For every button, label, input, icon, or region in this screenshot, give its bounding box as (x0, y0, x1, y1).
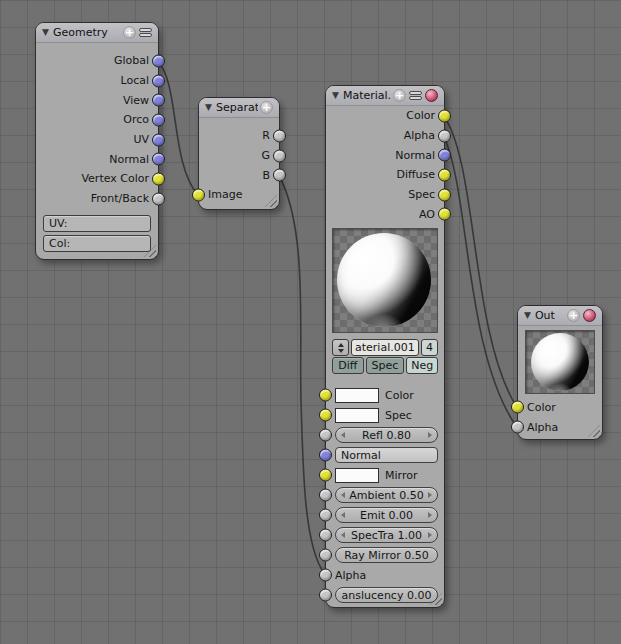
socket-in-ambient[interactable] (319, 489, 332, 502)
refl-slider[interactable]: Refl 0.80 (335, 427, 438, 443)
increment-arrow-icon[interactable] (428, 432, 432, 438)
socket-in-ray-mirror[interactable] (319, 549, 332, 562)
socket-out-in-alpha[interactable] (511, 421, 524, 434)
output-diffuse: Diffuse (326, 165, 444, 185)
node-title: Material. (343, 89, 391, 102)
output-normal: Normal (36, 149, 158, 169)
input-refl: Refl 0.80 (326, 425, 444, 445)
plus-icon[interactable]: + (393, 89, 406, 102)
decrement-arrow-icon[interactable] (341, 492, 345, 498)
mirror-swatch[interactable] (335, 468, 379, 483)
decrement-arrow-icon[interactable] (341, 432, 345, 438)
output-r: R (199, 126, 279, 146)
socket-in-spectra[interactable] (319, 529, 332, 542)
collapse-icon[interactable]: ▼ (332, 91, 339, 100)
increment-arrow-icon[interactable] (428, 532, 432, 538)
output-orco: Orco (36, 110, 158, 130)
decrement-arrow-icon[interactable] (341, 512, 345, 518)
socket-b[interactable] (273, 169, 286, 182)
specular-toggle[interactable]: Spec (366, 357, 405, 374)
node-separate-rgb[interactable]: ▼ Separat + R G B Image (198, 97, 280, 210)
input-translucency: anslucency 0.00 (326, 585, 444, 605)
socket-in-color[interactable] (319, 389, 332, 402)
node-material[interactable]: ▼ Material. + Color Alpha Normal Dif (325, 85, 445, 608)
menu-icon[interactable] (139, 28, 152, 37)
node-geometry[interactable]: ▼ Geometry + Global Local View Orco (35, 22, 159, 260)
socket-out-color[interactable] (438, 109, 451, 122)
plus-icon[interactable]: + (123, 26, 136, 39)
output-ao: AO (326, 204, 444, 224)
socket-uv[interactable] (152, 133, 165, 146)
input-ray-mirror: Ray Mirror 0.50 (326, 545, 444, 565)
normal-button[interactable]: Normal (335, 447, 438, 463)
socket-out-spec[interactable] (438, 188, 451, 201)
spectra-slider[interactable]: SpecTra 1.00 (335, 527, 438, 543)
users-count-button[interactable]: 4 (421, 339, 438, 356)
socket-g[interactable] (273, 149, 286, 162)
socket-view[interactable] (152, 94, 165, 107)
material-name-field[interactable]: aterial.001 (351, 339, 419, 356)
collapse-icon[interactable]: ▼ (524, 311, 531, 320)
emit-slider[interactable]: Emit 0.00 (335, 507, 438, 523)
negative-toggle[interactable]: Neg (406, 357, 438, 374)
menu-icon[interactable] (409, 91, 422, 100)
datablock-browse-stepper[interactable] (332, 339, 349, 356)
socket-normal[interactable] (152, 153, 165, 166)
uv-name-field[interactable]: UV: (43, 215, 151, 232)
socket-out-ao[interactable] (438, 208, 451, 221)
material-sphere-icon[interactable] (583, 309, 596, 322)
socket-in-normal[interactable] (319, 449, 332, 462)
node-material-header[interactable]: ▼ Material. + (326, 86, 444, 106)
material-sphere-icon[interactable] (425, 89, 438, 102)
input-mirror: Mirror (326, 465, 444, 485)
output-vertex-color: Vertex Color (36, 169, 158, 189)
socket-in-mirror[interactable] (319, 469, 332, 482)
ambient-slider[interactable]: Ambient 0.50 (335, 487, 438, 503)
socket-out-alpha[interactable] (438, 129, 451, 142)
output-color: Color (326, 106, 444, 126)
socket-local[interactable] (152, 74, 165, 87)
vertex-color-name-field[interactable]: Col: (43, 235, 151, 252)
socket-in-translucency[interactable] (319, 589, 332, 602)
socket-in-alpha[interactable] (319, 569, 332, 582)
input-normal: Normal (326, 445, 444, 465)
node-geometry-header[interactable]: ▼ Geometry + (36, 23, 158, 43)
node-out-header[interactable]: ▼ Out + (518, 306, 602, 326)
node-separate-header[interactable]: ▼ Separat + (199, 98, 279, 118)
link-color-to-outcolor[interactable] (443, 115, 516, 406)
socket-out-diffuse[interactable] (438, 168, 451, 181)
node-editor-canvas[interactable]: ▼ Geometry + Global Local View Orco (0, 0, 621, 644)
socket-in-emit[interactable] (319, 509, 332, 522)
collapse-icon[interactable]: ▼ (42, 28, 49, 37)
increment-arrow-icon[interactable] (428, 492, 432, 498)
decrement-arrow-icon[interactable] (341, 532, 345, 538)
socket-front-back[interactable] (152, 192, 165, 205)
color-swatch[interactable] (335, 388, 379, 403)
input-color: Color (326, 385, 444, 405)
increment-arrow-icon[interactable] (428, 512, 432, 518)
output-global: Global (36, 51, 158, 71)
translucency-slider[interactable]: anslucency 0.00 (335, 587, 438, 603)
diffuse-toggle[interactable]: Diff (332, 357, 364, 374)
input-emit: Emit 0.00 (326, 505, 444, 525)
socket-out-in-color[interactable] (511, 401, 524, 414)
socket-vertex-color[interactable] (152, 172, 165, 185)
input-alpha: Alpha (326, 565, 444, 585)
link-b-to-alpha[interactable] (278, 174, 324, 573)
plus-icon[interactable]: + (567, 309, 580, 322)
input-image: Image (199, 185, 279, 205)
collapse-icon[interactable]: ▼ (205, 103, 212, 112)
socket-orco[interactable] (152, 113, 165, 126)
socket-in-refl[interactable] (319, 429, 332, 442)
socket-in-spec[interactable] (319, 409, 332, 422)
spec-swatch[interactable] (335, 408, 379, 423)
plus-icon[interactable]: + (260, 101, 273, 114)
socket-out-normal[interactable] (438, 149, 451, 162)
ray-mirror-slider[interactable]: Ray Mirror 0.50 (335, 547, 438, 563)
socket-r[interactable] (273, 129, 286, 142)
socket-global[interactable] (152, 54, 165, 67)
socket-image[interactable] (192, 188, 205, 201)
node-output[interactable]: ▼ Out + Color Alpha (517, 305, 603, 440)
output-local: Local (36, 71, 158, 91)
output-preview (525, 330, 595, 394)
